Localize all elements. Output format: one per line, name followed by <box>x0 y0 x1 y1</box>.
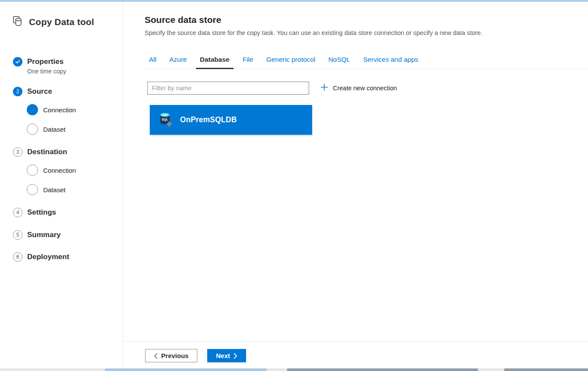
step-number-badge: 6 <box>13 252 22 262</box>
bottom-segment-gray-1 <box>287 368 478 371</box>
footer-divider <box>125 341 588 342</box>
sidebar-step-properties[interactable]: Properties One time copy <box>13 57 66 75</box>
previous-button-label: Previous <box>161 352 188 359</box>
substep-label: Dataset <box>43 186 66 193</box>
sidebar-substep-source-connection[interactable]: Connection <box>27 104 76 115</box>
page-title: Source data store <box>145 15 221 25</box>
create-new-connection-button[interactable]: Create new connection <box>320 83 397 93</box>
step-done-check-icon <box>13 57 22 67</box>
step-sublabel: One time copy <box>27 68 66 75</box>
connection-tile-onpremsqldb[interactable]: SQL OnPremSQLDB <box>150 105 312 135</box>
app-title: Copy Data tool <box>29 17 94 27</box>
page-subtitle: Specify the source data store for the co… <box>145 29 483 36</box>
step-label: Properties <box>27 57 66 67</box>
bottom-scrollbar-track[interactable] <box>0 368 588 371</box>
tab-all[interactable]: All <box>145 56 160 69</box>
copy-data-icon <box>12 16 23 29</box>
bottom-segment-gray-2 <box>504 368 588 371</box>
substep-label: Dataset <box>43 126 66 133</box>
filter-by-name-input[interactable] <box>147 82 309 95</box>
tab-file[interactable]: File <box>239 56 257 69</box>
tab-database[interactable]: Database <box>196 56 234 69</box>
step-number-badge: 5 <box>13 230 22 240</box>
sidebar-substep-destination-connection[interactable]: Connection <box>27 165 76 176</box>
plus-icon <box>320 83 329 93</box>
step-label: Summary <box>27 230 60 240</box>
step-number-badge: 2 <box>13 87 22 96</box>
tab-azure[interactable]: Azure <box>165 56 191 69</box>
main-panel: Source data store Specify the source dat… <box>123 2 588 368</box>
wizard-footer: Previous Next <box>145 349 246 362</box>
copy-data-tool-window: Copy Data tool Properties One time copy … <box>0 0 588 371</box>
app-header: Copy Data tool <box>12 16 94 29</box>
substep-pending-dot <box>27 184 38 195</box>
sql-database-icon: SQL <box>158 112 172 128</box>
step-number-badge: 4 <box>13 208 22 217</box>
sidebar-substep-source-dataset[interactable]: Dataset <box>27 124 66 135</box>
create-new-connection-label: Create new connection <box>333 85 397 92</box>
substep-label: Connection <box>43 167 76 174</box>
sidebar-step-deployment[interactable]: 6 Deployment <box>13 252 69 262</box>
sidebar-step-settings[interactable]: 4 Settings <box>13 208 56 217</box>
tab-nosql[interactable]: NoSQL <box>324 56 354 69</box>
step-label: Source <box>27 87 52 96</box>
category-tabs: All Azure Database File Generic protocol… <box>145 53 588 69</box>
svg-text:SQL: SQL <box>161 117 168 121</box>
chevron-left-icon <box>154 353 158 359</box>
substep-pending-dot <box>27 124 38 135</box>
step-label: Deployment <box>27 252 69 262</box>
substep-label: Connection <box>43 106 76 114</box>
next-button-label: Next <box>216 352 230 359</box>
sidebar-step-source[interactable]: 2 Source <box>13 87 52 96</box>
step-label: Destination <box>27 147 67 157</box>
wizard-sidebar: Copy Data tool Properties One time copy … <box>0 2 123 368</box>
previous-button[interactable]: Previous <box>145 349 197 362</box>
tab-generic-protocol[interactable]: Generic protocol <box>262 56 319 69</box>
tab-services-and-apps[interactable]: Services and apps <box>359 56 422 69</box>
substep-active-dot <box>27 104 38 115</box>
sidebar-step-destination[interactable]: 3 Destination <box>13 147 67 157</box>
chevron-right-icon <box>234 353 237 359</box>
substep-pending-dot <box>27 165 38 176</box>
bottom-scrollbar-thumb-blue[interactable] <box>105 368 267 371</box>
sidebar-substep-destination-dataset[interactable]: Dataset <box>27 184 66 195</box>
step-label: Settings <box>27 208 56 217</box>
connection-name: OnPremSQLDB <box>180 115 237 124</box>
sidebar-step-summary[interactable]: 5 Summary <box>13 230 60 240</box>
next-button[interactable]: Next <box>207 349 246 362</box>
step-number-badge: 3 <box>13 147 22 157</box>
